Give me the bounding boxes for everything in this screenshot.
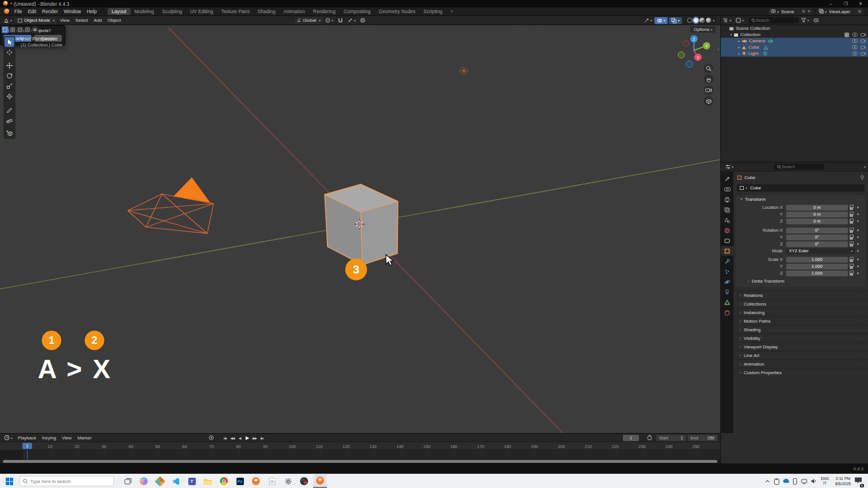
current-frame-field[interactable]: 1 (623, 435, 639, 441)
shading-solid-icon[interactable] (693, 18, 699, 23)
settings-icon[interactable] (281, 474, 295, 488)
lock-icon[interactable] (848, 235, 855, 240)
panel-grip-icon[interactable]: :::: (858, 328, 865, 331)
orthographic-toggle-icon[interactable] (704, 96, 713, 106)
scale-tool[interactable] (5, 81, 14, 91)
play-reverse-button[interactable]: ◀ (236, 435, 243, 441)
tab-world-icon[interactable] (721, 225, 733, 235)
timeline-menu-item[interactable]: Keying (39, 435, 58, 441)
timeline-tracks[interactable] (0, 450, 720, 459)
viewport-menu-item[interactable]: Add (91, 18, 105, 23)
blender-active-icon[interactable] (313, 474, 327, 488)
shading-rendered-icon[interactable] (706, 18, 711, 23)
cube-object[interactable] (325, 184, 398, 265)
workspace-tab[interactable]: Modeling (131, 8, 159, 15)
menubar-item[interactable]: Help (84, 9, 99, 14)
hide-eye-icon[interactable] (852, 33, 858, 37)
camera-object[interactable] (128, 177, 214, 233)
workspace-tab[interactable]: Compositing (340, 8, 374, 15)
task-view-icon[interactable] (121, 474, 135, 488)
tray-clipboard-icon[interactable] (773, 477, 781, 485)
annotate-tool[interactable] (5, 105, 14, 114)
render-visibility-icon[interactable] (861, 33, 866, 37)
viewport-menu-item[interactable]: Select (73, 18, 91, 23)
animate-dot-icon[interactable] (855, 220, 861, 222)
jump-to-end-button[interactable]: ▶| (258, 435, 266, 441)
teams-icon[interactable]: T (185, 474, 199, 488)
workspace-tab-layout[interactable]: Layout (108, 8, 131, 15)
outliner-editor-type-button[interactable]: ▾ (721, 17, 733, 24)
new-scene-icon[interactable]: ⧉ (802, 9, 805, 14)
lock-icon[interactable] (848, 271, 855, 276)
property-section-header[interactable]: ›Viewport Display :::: (733, 342, 868, 351)
tab-tool-icon[interactable] (721, 174, 733, 184)
exclude-checkbox-icon[interactable]: ✓ (845, 33, 849, 37)
chrome-icon[interactable] (217, 474, 231, 488)
panel-grip-icon[interactable]: :::: (858, 362, 865, 366)
hide-eye-icon[interactable] (852, 39, 858, 43)
workspace-tab[interactable]: Texture Paint (217, 8, 254, 15)
breadcrumb-object[interactable]: Cube (744, 175, 755, 180)
menubar-item[interactable]: Edit (25, 9, 40, 14)
transform-panel-header[interactable]: ▾Transform :::: (736, 195, 866, 203)
lock-icon[interactable] (848, 257, 855, 262)
panel-grip-icon[interactable]: :::: (858, 371, 865, 374)
timeline-menu-item[interactable]: View (59, 435, 74, 441)
start-button[interactable] (2, 474, 16, 488)
collection-row[interactable]: ▾ Collection ✓ (721, 31, 868, 38)
render-visibility-icon[interactable] (861, 51, 866, 55)
shading-material-icon[interactable] (700, 18, 705, 23)
tab-collection-icon[interactable] (721, 236, 733, 245)
tab-output-icon[interactable] (721, 195, 733, 204)
tray-language[interactable]: ENG IT (821, 477, 829, 486)
jump-to-start-button[interactable]: |◀ (221, 435, 228, 441)
new-viewlayer-icon[interactable]: ⧉ (858, 9, 861, 14)
properties-options-icon[interactable]: ▾ (864, 165, 866, 169)
render-visibility-icon[interactable] (861, 39, 866, 43)
lock-icon[interactable] (848, 264, 855, 269)
properties-search-input[interactable] (782, 164, 822, 169)
select-mode-set-icon[interactable] (2, 26, 9, 33)
hide-eye-icon[interactable] (852, 45, 858, 49)
maximize-button[interactable]: ❐ (838, 0, 853, 7)
outliner-item-cube[interactable]: ▸ Cube (721, 44, 868, 50)
value-field[interactable]: 0° (786, 235, 848, 240)
document-app-icon[interactable] (265, 474, 279, 488)
property-section-header[interactable]: ›Line Art :::: (733, 351, 868, 359)
blender-icon[interactable] (249, 474, 263, 488)
panel-grip-icon[interactable]: :::: (858, 311, 865, 314)
lock-icon[interactable] (848, 242, 855, 247)
move-tool[interactable] (5, 61, 14, 70)
pivot-point-dropdown[interactable]: ▾ (323, 17, 336, 24)
play-button[interactable]: ▶ (243, 435, 251, 441)
orientation-dropdown[interactable]: ∠ Global▾ (295, 17, 323, 24)
tab-physics-icon[interactable] (721, 277, 733, 287)
editor-type-button[interactable]: ▾ (1, 17, 14, 24)
panel-grip-icon[interactable]: :::: (858, 302, 865, 306)
start-frame-field[interactable]: Start1 (656, 435, 686, 441)
outliner-item-camera[interactable]: ▸ Camera (721, 38, 868, 44)
value-field[interactable]: 0 m (786, 219, 848, 224)
pin-icon[interactable] (860, 175, 865, 180)
value-field[interactable]: 0 m (786, 212, 848, 217)
select-box-tool[interactable] (5, 37, 14, 47)
minimize-button[interactable]: – (823, 0, 838, 7)
tab-constraints-icon[interactable] (721, 287, 733, 297)
use-preview-range-toggle[interactable] (645, 434, 654, 441)
panel-grip-icon[interactable]: :::: (858, 336, 865, 340)
timeline-editor-type-button[interactable]: ▾ (2, 434, 15, 441)
unlink-scene-icon[interactable]: ✕ (807, 9, 811, 14)
shading-wireframe-icon[interactable] (687, 18, 692, 23)
value-field[interactable]: 0° (786, 228, 848, 233)
tray-phone-icon[interactable] (791, 477, 799, 485)
current-frame-indicator[interactable]: 1 (22, 443, 32, 449)
close-button[interactable]: ✕ (853, 0, 868, 7)
property-section-header[interactable]: ›Shading :::: (733, 325, 868, 334)
lock-icon[interactable] (848, 228, 855, 233)
panel-grip-icon[interactable]: :::: (858, 345, 865, 348)
tray-chevron-icon[interactable] (764, 477, 772, 485)
next-keyframe-button[interactable]: ▶▶ (251, 435, 258, 441)
object-name-field[interactable]: ▾ Cube (737, 184, 865, 192)
filter-dropdown[interactable]: ▾ (799, 17, 811, 24)
timeline-menu-item[interactable]: Playback (15, 435, 39, 441)
